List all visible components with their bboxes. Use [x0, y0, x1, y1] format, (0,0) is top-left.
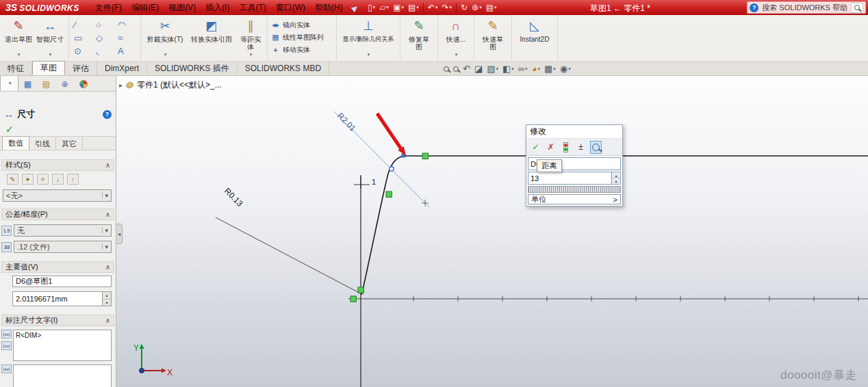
- origin-point[interactable]: [140, 369, 144, 373]
- panel-collapse-handle[interactable]: ◂: [116, 224, 123, 244]
- open-button[interactable]: ▱▾: [377, 2, 391, 13]
- rebuild-on-exit-button[interactable]: [560, 141, 572, 154]
- trim-entities-button[interactable]: ✂ 剪裁实体(T) ▾: [144, 16, 186, 59]
- zoom-area-button[interactable]: [453, 63, 459, 75]
- tab-other[interactable]: 其它: [56, 137, 83, 150]
- tab-sketch[interactable]: 草图: [32, 61, 65, 75]
- tree-expand-icon[interactable]: ▸: [119, 81, 123, 89]
- display-style-button[interactable]: ◧▾: [502, 63, 514, 75]
- dim-text-icon[interactable]: (xx): [1, 330, 12, 338]
- dim-text-icon[interactable]: (xx): [1, 341, 12, 350]
- midpoint-marker[interactable]: [390, 167, 394, 171]
- search-button[interactable]: [851, 3, 863, 13]
- view-orientation-button[interactable]: ▧▾: [487, 63, 498, 75]
- repair-sketch-button[interactable]: ✎ 修复草 图: [403, 16, 435, 59]
- dimension-value-input[interactable]: 13: [528, 172, 612, 185]
- menu-help[interactable]: 帮助(H): [310, 1, 348, 15]
- property-manager-tab[interactable]: ◔: [0, 76, 18, 91]
- tolerance-type-dropdown[interactable]: 无 ▾: [14, 224, 112, 237]
- tab-mbd[interactable]: SOLIDWORKS MBD: [238, 62, 329, 75]
- ok-check-button[interactable]: ✓: [5, 124, 14, 135]
- dimension-name-field[interactable]: D6@草图1: [12, 276, 112, 287]
- tab-leaders[interactable]: 引线: [29, 137, 56, 150]
- offset-entities-button[interactable]: ∥ 等距实 体 ▾: [237, 16, 264, 59]
- primary-value-section-header[interactable]: 主要值(V) ∧: [1, 261, 114, 273]
- menu-window[interactable]: 窗口(W): [271, 1, 310, 15]
- menu-pin-icon[interactable]: ▶: [350, 2, 360, 12]
- spinner-up-icon[interactable]: ▴: [612, 172, 620, 178]
- dimension-value-field[interactable]: 2.01196671mm: [12, 291, 103, 306]
- redo-button[interactable]: ↷▾: [439, 2, 454, 13]
- rapid-sketch-button[interactable]: ✎ 快速草 图: [477, 16, 509, 59]
- menu-insert[interactable]: 插入(I): [201, 1, 234, 15]
- menu-file[interactable]: 文件(F): [90, 1, 127, 15]
- exit-sketch-button[interactable]: ✎ 退出草图 ▾: [3, 16, 34, 59]
- relation-badge[interactable]: [350, 296, 357, 302]
- thumbwheel-slider[interactable]: [528, 186, 621, 193]
- dimension-text-input[interactable]: R<DIM>: [13, 330, 112, 361]
- apply-scene-button[interactable]: ▦▾: [544, 63, 556, 75]
- precision-dropdown[interactable]: .12 (文件) ▾: [14, 241, 112, 253]
- file-properties-button[interactable]: ▤▾: [484, 2, 499, 13]
- tab-value[interactable]: 数值: [2, 136, 29, 150]
- modify-dialog-title[interactable]: 修改: [526, 125, 622, 139]
- relation-badge[interactable]: [386, 191, 392, 198]
- instant2d-button[interactable]: ◺ Instant2D: [515, 16, 554, 59]
- appearance-manager-tab[interactable]: [74, 77, 92, 91]
- help-icon[interactable]: ?: [750, 3, 758, 12]
- text-tool-button[interactable]: A▾: [116, 44, 138, 57]
- search-help-input[interactable]: 搜索 SOLIDWORKS 帮助: [762, 3, 847, 13]
- dim-text-icon[interactable]: (xx): [1, 364, 12, 373]
- tab-features[interactable]: 特征: [0, 62, 32, 75]
- tab-evaluate[interactable]: 评估: [65, 62, 97, 75]
- convert-entities-button[interactable]: ◩ 转换实体引用: [186, 16, 237, 59]
- section-view-button[interactable]: ◪: [474, 63, 483, 75]
- configuration-manager-tab[interactable]: ▦: [18, 77, 37, 91]
- arc-tool-button[interactable]: ◠▾: [116, 18, 138, 31]
- spinner-up-icon[interactable]: ▴: [103, 292, 111, 299]
- polygon-tool-button[interactable]: ◇▾: [94, 31, 116, 44]
- edit-appearance-button[interactable]: ◕▾: [532, 63, 540, 75]
- cancel-button[interactable]: ✗: [545, 141, 557, 154]
- tolerance-section-header[interactable]: 公差/精度(P) ∧: [1, 209, 114, 220]
- reverse-direction-button[interactable]: ±: [575, 141, 587, 154]
- fillet-tool-button[interactable]: ◟▾: [94, 44, 116, 57]
- dimension-leader-r013[interactable]: [216, 217, 363, 295]
- menu-tools[interactable]: 工具(T): [234, 1, 270, 15]
- style-section-header[interactable]: 样式(S) ∧: [1, 159, 114, 171]
- rectangle-tool-button[interactable]: ▭▾: [72, 31, 94, 44]
- move-entities-button[interactable]: + 移动实体▾: [270, 44, 333, 55]
- spline-tool-button[interactable]: ≈▾: [116, 31, 138, 44]
- print-button[interactable]: ▤▾: [406, 2, 421, 13]
- zoom-fit-button[interactable]: [444, 63, 449, 75]
- display-delete-relations-button[interactable]: ⊥ 显示/删除几何关系 ▾: [340, 16, 397, 59]
- relation-badge[interactable]: [358, 287, 364, 293]
- style-dropdown[interactable]: <无> ▾: [3, 189, 112, 202]
- dimxpert-manager-tab[interactable]: ▤: [37, 77, 55, 91]
- new-document-button[interactable]: ▯▾: [366, 2, 377, 13]
- view-settings-button[interactable]: ◉▾: [560, 63, 571, 75]
- smart-dimension-button[interactable]: ↔ 智能尺寸 ▾: [34, 16, 66, 59]
- relation-badge[interactable]: [422, 153, 429, 159]
- increment-value-button[interactable]: [590, 141, 602, 154]
- dimension-text-input-2[interactable]: [13, 364, 112, 387]
- accept-button[interactable]: ✓: [530, 141, 541, 154]
- value-spinner[interactable]: ▴ ▾: [612, 172, 621, 185]
- panel-help-icon[interactable]: ?: [103, 110, 112, 119]
- options-button[interactable]: ⊛▾: [470, 2, 484, 13]
- save-style-button[interactable]: ↓: [52, 174, 64, 185]
- previous-view-button[interactable]: ↶: [463, 63, 470, 75]
- spinner-down-icon[interactable]: ▾: [103, 299, 111, 306]
- tab-addins[interactable]: SOLIDWORKS 插件: [147, 62, 238, 75]
- tab-dimxpert[interactable]: DimXpert: [97, 62, 147, 75]
- menu-edit[interactable]: 编辑(E): [127, 1, 164, 15]
- value-spinner[interactable]: ▴ ▾: [103, 291, 112, 306]
- apply-default-style-button[interactable]: ✎: [7, 174, 18, 185]
- delete-style-button[interactable]: ✧: [37, 174, 49, 185]
- line-tool-button[interactable]: ∕▾: [72, 18, 94, 31]
- mirror-entities-button[interactable]: ◂▸ 镜向实体: [270, 20, 333, 30]
- spinner-down-icon[interactable]: ▾: [612, 178, 620, 184]
- rebuild-button[interactable]: ↻: [459, 2, 470, 13]
- display-manager-tab[interactable]: ⊕: [55, 77, 74, 91]
- circle-tool-button[interactable]: ○▾: [94, 18, 116, 31]
